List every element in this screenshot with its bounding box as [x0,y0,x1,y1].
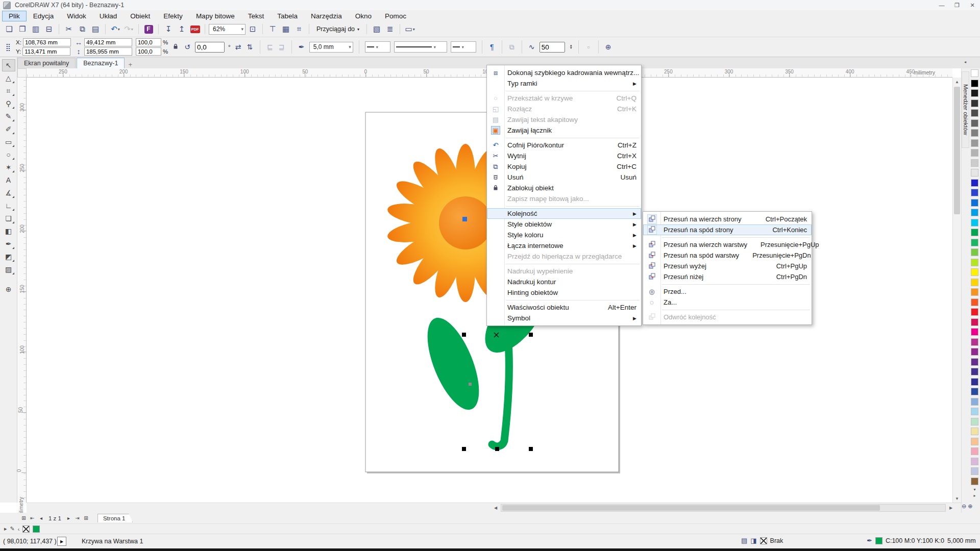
close-button[interactable]: ✕ [965,0,980,10]
color-swatch[interactable] [971,338,978,346]
search-content-button[interactable]: F [142,23,155,35]
context-menu-item[interactable]: Zapisz mapę bitową jako... [487,193,641,204]
drop-shadow-tool[interactable]: ❏ [2,212,15,224]
shape-tool[interactable]: △ [2,72,15,84]
minimize-button[interactable]: — [934,0,949,10]
menubar-item-edycja[interactable]: Edycja [27,11,61,21]
mirror-vertical-button[interactable]: ⇅ [246,43,254,51]
show-grid-button[interactable]: ▦ [280,23,292,35]
color-swatch[interactable] [971,438,978,445]
stack-icon[interactable]: ⊒ [278,43,286,51]
color-swatch[interactable] [971,458,978,465]
windows-taskbar[interactable] [0,548,980,551]
lock-ratio-button[interactable] [172,43,180,51]
color-swatch[interactable] [971,149,978,157]
submenu-item[interactable]: Przesuń na spód stronyCtrl+Koniec [643,224,812,235]
object-height-field[interactable] [84,47,132,56]
snap-to-button[interactable]: Przyciągaj do▾ [313,24,363,34]
color-swatch[interactable] [971,268,978,276]
transparency-tool[interactable]: ◧ [2,225,15,237]
crop-tool[interactable]: ⌗ [2,85,15,97]
export-button[interactable]: ↥ [176,23,188,35]
color-swatch[interactable] [971,348,978,356]
rotation-angle-field[interactable] [195,42,225,53]
task-list-button[interactable]: ≣ [384,23,396,35]
selection-handle[interactable] [529,447,533,451]
color-swatch[interactable] [971,298,978,306]
color-swatch[interactable] [971,179,978,187]
zoom-out-icon[interactable]: ⊖ [962,503,966,510]
context-menu-item[interactable]: Właściwości obiektuAlt+Enter [487,302,641,313]
fill-none-swatch[interactable] [760,537,767,544]
next-page-icon[interactable]: ▸ [64,515,73,521]
context-menu-item[interactable]: ↶Cofnij Pióro/konturCtrl+Z [487,140,641,151]
color-swatch[interactable] [971,368,978,375]
color-swatch[interactable] [971,248,978,256]
import-button[interactable]: ↧ [162,23,175,35]
color-swatch[interactable] [971,378,978,386]
submenu-item[interactable]: Przesuń na wierzch warstwyPrzesunięcie+P… [643,239,812,250]
submenu-item[interactable]: ◌Za... [643,297,812,308]
color-swatch[interactable] [971,447,978,455]
submenu-item[interactable]: ◎Przed... [643,286,812,297]
context-menu-item[interactable]: Typ ramki▶ [487,78,641,89]
polygon-tool[interactable]: ✶ [2,161,15,173]
add-tool[interactable]: ⊕ [2,283,15,295]
zoom-tool[interactable]: ⚲ [2,97,15,110]
color-swatch[interactable] [971,259,978,266]
color-swatch[interactable] [971,418,978,425]
color-swatch[interactable] [971,408,978,415]
scale-x-field[interactable] [136,38,161,46]
page-tab[interactable]: Strona 1 [97,514,133,522]
color-swatch[interactable] [971,279,978,286]
color-swatch[interactable] [971,99,978,107]
line-start-arrow-combo[interactable]: ▾ [365,41,390,53]
first-page-icon[interactable]: ⇤ [28,515,37,521]
selected-node[interactable] [462,217,467,221]
wrap-text-button[interactable]: ¶ [488,43,496,51]
flyout-arrow-icon[interactable]: ▸ [4,525,7,532]
scroll-left-icon[interactable]: ◀ [492,504,500,512]
color-swatch[interactable] [971,80,978,87]
menubar-item-tekst[interactable]: Tekst [241,11,271,21]
context-menu-item[interactable]: Style koloru▶ [487,230,641,240]
cut-button[interactable]: ✂ [63,23,75,35]
context-menu-item[interactable]: Hinting obiektów [487,287,641,298]
color-swatch[interactable] [971,129,978,137]
menubar-item-narzędzia[interactable]: Narzędzia [304,11,349,21]
submenu-item[interactable]: Przesuń niżejCtrl+PgDn [643,271,812,282]
context-menu-item[interactable]: ✂WytnijCtrl+X [487,151,641,161]
color-swatch[interactable] [971,467,978,475]
copy-button[interactable]: ⧉ [76,23,88,35]
color-swatch[interactable] [971,189,978,196]
color-swatch[interactable] [971,328,978,336]
menubar-item-widok[interactable]: Widok [60,11,93,21]
color-swatch[interactable] [971,169,978,177]
palette-flyout-icon[interactable]: ▸ [973,493,975,499]
submenu-item[interactable]: Przesuń na wierzch stronyCtrl+Początek [643,214,812,224]
color-swatch[interactable] [971,388,978,395]
docker-tab-object-manager[interactable]: Menedżer obiektów [962,71,969,148]
parallel-dimension-tool[interactable]: ∡ [2,187,15,199]
selection-handle[interactable] [495,447,499,451]
color-swatch[interactable] [971,109,978,117]
add-page-button[interactable]: ⊞ [19,515,28,521]
menubar-item-okno[interactable]: Okno [349,11,378,21]
submenu-item[interactable]: Przesuń na spód warstwyPrzesunięcie+PgDn [643,250,812,261]
context-menu-item[interactable]: UsuńUsuń [487,172,641,183]
color-swatch[interactable] [971,318,978,326]
submenu-item[interactable]: Odwróć kolejność [643,312,812,322]
vertical-scroll-thumb[interactable] [954,87,960,214]
text-tool[interactable]: A [2,174,15,186]
context-menu-item[interactable]: Nadrukuj wypełnienie [487,266,641,277]
selection-handle[interactable] [462,447,466,451]
horizontal-scrollbar[interactable] [501,504,946,512]
zoom-level-combo[interactable]: 62%▾ [209,24,246,35]
line-end-arrow-combo[interactable]: ▾ [451,41,476,53]
document-tab-ekran-powitalny[interactable]: Ekran powitalny [17,58,76,68]
undo-button[interactable]: ↶▾ [109,23,121,35]
interactive-fill-tool[interactable]: ◩ [2,251,15,263]
color-swatch[interactable] [971,398,978,406]
color-swatch[interactable] [971,358,978,366]
color-swatch[interactable] [971,478,978,485]
